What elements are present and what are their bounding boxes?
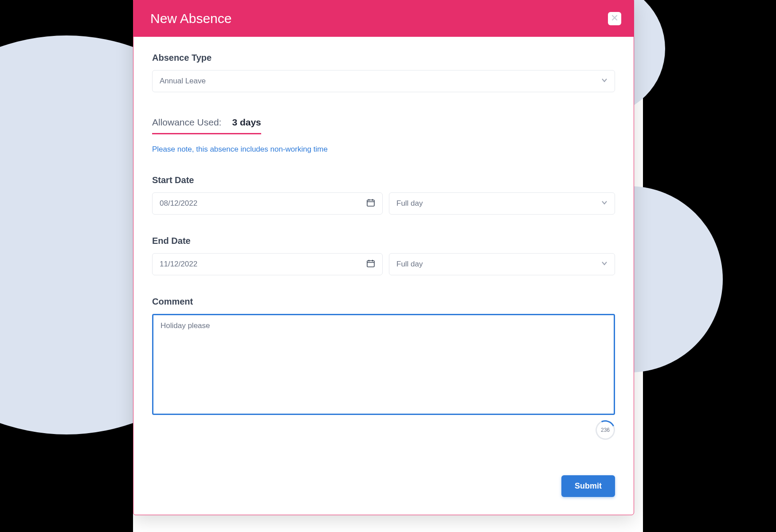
start-date-input[interactable]: 08/12/2022: [152, 192, 383, 215]
modal-body: Absence Type Annual Leave Allowance Used…: [133, 37, 634, 515]
submit-button[interactable]: Submit: [561, 475, 615, 497]
end-date-daypart-value: Full day: [396, 260, 423, 269]
character-counter-value: 236: [601, 427, 610, 433]
modal-footer: Submit: [152, 475, 615, 497]
absence-type-label: Absence Type: [152, 53, 615, 63]
end-date-input[interactable]: 11/12/2022: [152, 253, 383, 275]
start-date-value: 08/12/2022: [160, 199, 197, 208]
non-working-time-note: Please note, this absence includes non-w…: [152, 145, 615, 154]
absence-type-value: Annual Leave: [160, 77, 206, 86]
modal-title: New Absence: [150, 11, 231, 26]
chevron-down-icon: [601, 199, 607, 208]
end-date-daypart-select[interactable]: Full day: [389, 253, 615, 275]
svg-rect-0: [367, 200, 374, 206]
character-counter: 236: [593, 418, 618, 442]
allowance-used-row: Allowance Used: 3 days: [152, 117, 261, 134]
comment-textarea[interactable]: [152, 314, 615, 415]
end-date-label: End Date: [152, 236, 615, 246]
start-date-label: Start Date: [152, 175, 615, 185]
end-date-section: End Date 11/12/2022 Full day: [152, 236, 615, 275]
close-icon: [611, 14, 618, 23]
start-date-daypart-value: Full day: [396, 199, 423, 208]
new-absence-modal: New Absence Absence Type Annual Leave Al…: [133, 0, 634, 515]
absence-type-select[interactable]: Annual Leave: [152, 70, 615, 92]
allowance-used-value: 3 days: [232, 117, 261, 128]
calendar-icon: [366, 198, 375, 209]
calendar-icon: [366, 259, 375, 270]
start-date-section: Start Date 08/12/2022 Full day: [152, 175, 615, 215]
comment-label: Comment: [152, 297, 615, 307]
chevron-down-icon: [601, 77, 607, 86]
start-date-daypart-select[interactable]: Full day: [389, 192, 615, 215]
allowance-used-label: Allowance Used:: [152, 117, 221, 128]
close-button[interactable]: [608, 12, 621, 25]
modal-header: New Absence: [133, 0, 634, 37]
svg-rect-1: [367, 261, 374, 267]
end-date-value: 11/12/2022: [160, 260, 197, 269]
comment-section: Comment 236: [152, 297, 615, 440]
chevron-down-icon: [601, 260, 607, 269]
